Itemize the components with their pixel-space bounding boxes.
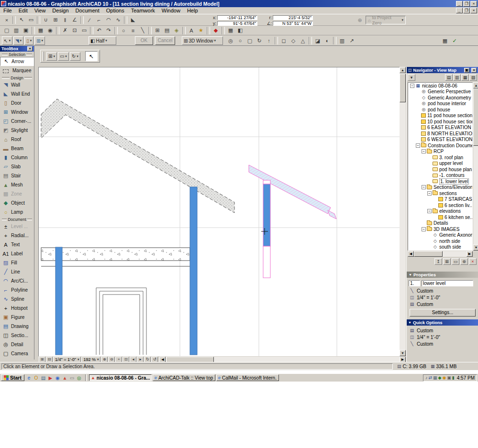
menu-teamwork[interactable]: Teamwork [128,8,158,13]
walk-icon[interactable]: ↑ [264,36,274,45]
network-icon[interactable]: ⇄ [428,375,432,380]
line-tool-icon[interactable]: ∕ [85,16,94,24]
tool-arcci[interactable]: ◠Arc/Ci... [0,276,34,285]
tool-mesh[interactable]: ▲Mesh [0,180,34,189]
quick-option-row[interactable]: ◫1/4" = 1'-0" [407,334,478,340]
menu-file[interactable]: File [0,8,15,13]
tree-item[interactable]: 7 STAIRCAS... [408,197,472,203]
menu-edit[interactable]: Edit [15,8,31,13]
restore-button[interactable]: ❐ [463,1,470,7]
publisher-map-icon[interactable]: ▧ [469,74,477,81]
settings-button[interactable]: Settings... [410,309,476,317]
floor-slab[interactable] [41,248,190,261]
view-persp-icon[interactable]: △ [298,36,308,45]
start-button[interactable]: Start [1,374,24,381]
marquee-tool-combo[interactable]: ▭▾ [58,52,69,61]
zoom-in-icon[interactable]: ⊕ [101,357,108,362]
tool-stair[interactable]: ▤Stair [0,171,34,180]
tree-item[interactable]: 6 WEST ELEVATION [408,137,472,143]
menu-help[interactable]: Help [184,8,201,13]
selected-roof[interactable] [249,165,336,219]
pane-merge-icon[interactable]: ⊟ [46,357,53,362]
view-name-field[interactable]: lower level [422,280,473,286]
tool-radial[interactable]: +Radial... [0,231,34,240]
brush-icon[interactable]: ◆ [211,26,221,35]
menu-window[interactable]: Window [158,8,184,13]
roof-section[interactable] [41,99,234,213]
outlook-icon[interactable]: O [33,374,40,381]
drag-handle[interactable] [43,52,44,61]
scale-combo[interactable]: 1/4" = 1'-0"▾ [53,357,81,362]
scroll-left-icon[interactable]: ◀ [408,251,414,257]
compass-icon[interactable]: ◈ [172,26,181,35]
open-folder-icon[interactable]: ▭ [452,258,459,265]
pan-icon[interactable]: + [115,357,122,362]
grid-snap-icon[interactable]: ⊞ [51,16,60,24]
internet-explorer-icon[interactable]: e [25,374,33,381]
zoom-combo[interactable]: 192 %▾ [81,357,100,362]
tree-item[interactable]: 8 NORTH ELEVATION [408,131,472,137]
guide-lines-icon[interactable]: ‖ [60,16,70,24]
taskbar-task-0[interactable]: ▲nicasio 08-08-06 - Gra... [89,374,152,381]
origin-icon[interactable]: ⊕ [355,16,365,24]
up-level-icon[interactable]: ↥ [434,258,442,265]
select-arrow-combo[interactable]: ↖▾ [2,36,12,45]
polyline-tool-icon[interactable]: ⌐ [94,16,104,24]
scroll-up-icon[interactable]: ▲ [473,82,478,88]
cut-icon[interactable]: ✗ [60,26,70,35]
wall-combo[interactable]: ◥▾ [13,36,23,45]
open-doc-icon[interactable]: ▥ [11,26,21,35]
confirm-green-icon[interactable]: ✓ [450,36,459,45]
tree-item[interactable]: ◇north side [408,238,472,244]
door-frame[interactable] [96,288,146,355]
tree-item[interactable]: ◇south side [408,244,472,251]
next-icon[interactable]: ▸ [137,357,144,362]
new-folder-icon[interactable]: ⊞ [443,258,451,265]
options-icon[interactable]: ≡ [128,26,138,35]
favorites-icon[interactable]: ★ [196,26,206,35]
tool-column[interactable]: ▮Column [0,153,34,162]
tree-item[interactable]: -1. contours [408,173,472,179]
tree-item[interactable]: −sections [408,190,472,197]
browser-icon[interactable]: ◎ [76,374,83,381]
view-axon-icon[interactable]: ◇ [289,36,298,45]
tree-expand-icon[interactable]: − [410,84,414,88]
properties-header[interactable]: ▼ Properties [407,272,478,278]
delete-red-icon[interactable]: × [469,258,477,265]
tool-line[interactable]: ╱Line [0,267,34,276]
layout-map-icon[interactable]: ▦ [461,74,469,81]
window-combo[interactable]: ⊞▾ [34,36,45,45]
tree-hscrollbar[interactable]: ◀ ▶ [408,251,473,257]
new-doc-icon[interactable]: ▢ [2,26,11,35]
doc-restore-button[interactable]: ❐ [463,8,470,13]
close-button[interactable]: × [470,1,477,7]
save-doc-icon[interactable]: ▣ [21,26,31,35]
tree-item[interactable]: pod house plan [408,166,472,173]
view-id-field[interactable]: 1. [409,280,420,286]
property-row[interactable]: ▤Custom [407,301,478,307]
triangle-combo-icon[interactable]: ◣ [128,16,138,24]
tree-item[interactable]: ◎pod house [408,107,472,113]
tree-item[interactable]: upper level [408,161,472,167]
view-window-combo[interactable]: ⊞ 3D Window ▾ [182,36,223,45]
selected-column-gap[interactable] [263,180,270,184]
minimize-button[interactable]: _ [456,1,463,7]
tree-item[interactable]: 1. lower level [408,178,472,185]
tree-item[interactable]: ◎Generic Perspective [408,89,472,95]
sun-icon[interactable]: ○ [235,36,245,45]
selected-column[interactable] [263,184,270,246]
volume-icon[interactable]: ♪ [425,375,428,380]
scroll-up-icon[interactable]: ▲ [400,67,406,73]
orbit-icon[interactable]: ↻ [255,36,264,45]
tool-door[interactable]: ▯Door [0,98,34,108]
undo-icon[interactable]: ↶ [94,26,104,35]
hscroll-thumb[interactable] [166,357,214,362]
marquee-tool-icon[interactable]: ▭ [26,16,36,24]
mail-icon[interactable]: ▭ [68,374,76,381]
cancel-button[interactable]: Cancel [155,36,175,45]
tool-window[interactable]: ⊞Window [0,108,34,117]
selected-column-lower[interactable] [263,246,270,278]
tool-arrow[interactable]: ↖Arrow [0,57,34,66]
column-left[interactable] [56,247,62,355]
tree-item[interactable]: −▦nicasio 08-08-06 [408,83,472,89]
